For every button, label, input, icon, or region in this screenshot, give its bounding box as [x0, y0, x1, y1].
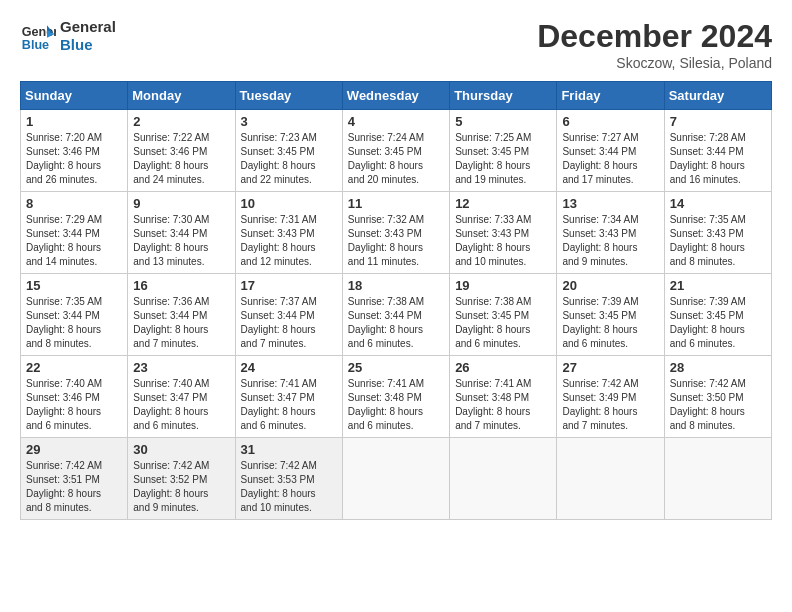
weekday-header-row: Sunday Monday Tuesday Wednesday Thursday… [21, 82, 772, 110]
day-number: 28 [670, 360, 766, 375]
calendar-page: General Blue General Blue December 2024 … [0, 0, 792, 612]
svg-text:Blue: Blue [22, 38, 49, 52]
calendar-cell: 29Sunrise: 7:42 AM Sunset: 3:51 PM Dayli… [21, 438, 128, 520]
day-number: 3 [241, 114, 337, 129]
header-sunday: Sunday [21, 82, 128, 110]
day-info: Sunrise: 7:29 AM Sunset: 3:44 PM Dayligh… [26, 213, 122, 269]
day-number: 30 [133, 442, 229, 457]
day-number: 24 [241, 360, 337, 375]
calendar-week-row: 29Sunrise: 7:42 AM Sunset: 3:51 PM Dayli… [21, 438, 772, 520]
day-number: 1 [26, 114, 122, 129]
calendar-cell: 16Sunrise: 7:36 AM Sunset: 3:44 PM Dayli… [128, 274, 235, 356]
calendar-cell: 6Sunrise: 7:27 AM Sunset: 3:44 PM Daylig… [557, 110, 664, 192]
calendar-cell: 10Sunrise: 7:31 AM Sunset: 3:43 PM Dayli… [235, 192, 342, 274]
calendar-cell: 17Sunrise: 7:37 AM Sunset: 3:44 PM Dayli… [235, 274, 342, 356]
header-tuesday: Tuesday [235, 82, 342, 110]
logo: General Blue General Blue [20, 18, 116, 54]
calendar-cell: 1Sunrise: 7:20 AM Sunset: 3:46 PM Daylig… [21, 110, 128, 192]
day-number: 20 [562, 278, 658, 293]
calendar-cell [342, 438, 449, 520]
day-info: Sunrise: 7:39 AM Sunset: 3:45 PM Dayligh… [670, 295, 766, 351]
day-info: Sunrise: 7:42 AM Sunset: 3:53 PM Dayligh… [241, 459, 337, 515]
calendar-table: Sunday Monday Tuesday Wednesday Thursday… [20, 81, 772, 520]
calendar-cell: 13Sunrise: 7:34 AM Sunset: 3:43 PM Dayli… [557, 192, 664, 274]
day-info: Sunrise: 7:30 AM Sunset: 3:44 PM Dayligh… [133, 213, 229, 269]
calendar-cell: 9Sunrise: 7:30 AM Sunset: 3:44 PM Daylig… [128, 192, 235, 274]
calendar-cell: 31Sunrise: 7:42 AM Sunset: 3:53 PM Dayli… [235, 438, 342, 520]
header-saturday: Saturday [664, 82, 771, 110]
day-info: Sunrise: 7:36 AM Sunset: 3:44 PM Dayligh… [133, 295, 229, 351]
header-friday: Friday [557, 82, 664, 110]
day-number: 29 [26, 442, 122, 457]
header-thursday: Thursday [450, 82, 557, 110]
day-info: Sunrise: 7:31 AM Sunset: 3:43 PM Dayligh… [241, 213, 337, 269]
day-info: Sunrise: 7:41 AM Sunset: 3:48 PM Dayligh… [455, 377, 551, 433]
day-number: 11 [348, 196, 444, 211]
calendar-cell: 11Sunrise: 7:32 AM Sunset: 3:43 PM Dayli… [342, 192, 449, 274]
month-title: December 2024 [537, 18, 772, 55]
calendar-cell: 21Sunrise: 7:39 AM Sunset: 3:45 PM Dayli… [664, 274, 771, 356]
day-number: 16 [133, 278, 229, 293]
day-number: 5 [455, 114, 551, 129]
header-wednesday: Wednesday [342, 82, 449, 110]
day-number: 25 [348, 360, 444, 375]
calendar-cell: 19Sunrise: 7:38 AM Sunset: 3:45 PM Dayli… [450, 274, 557, 356]
calendar-cell: 15Sunrise: 7:35 AM Sunset: 3:44 PM Dayli… [21, 274, 128, 356]
day-number: 10 [241, 196, 337, 211]
day-info: Sunrise: 7:35 AM Sunset: 3:43 PM Dayligh… [670, 213, 766, 269]
day-number: 7 [670, 114, 766, 129]
logo-text-general: General [60, 18, 116, 36]
day-info: Sunrise: 7:41 AM Sunset: 3:47 PM Dayligh… [241, 377, 337, 433]
title-block: December 2024 Skoczow, Silesia, Poland [537, 18, 772, 71]
day-info: Sunrise: 7:41 AM Sunset: 3:48 PM Dayligh… [348, 377, 444, 433]
calendar-cell: 3Sunrise: 7:23 AM Sunset: 3:45 PM Daylig… [235, 110, 342, 192]
calendar-cell: 8Sunrise: 7:29 AM Sunset: 3:44 PM Daylig… [21, 192, 128, 274]
header-monday: Monday [128, 82, 235, 110]
calendar-cell: 18Sunrise: 7:38 AM Sunset: 3:44 PM Dayli… [342, 274, 449, 356]
day-number: 23 [133, 360, 229, 375]
day-info: Sunrise: 7:38 AM Sunset: 3:45 PM Dayligh… [455, 295, 551, 351]
calendar-cell: 27Sunrise: 7:42 AM Sunset: 3:49 PM Dayli… [557, 356, 664, 438]
day-info: Sunrise: 7:22 AM Sunset: 3:46 PM Dayligh… [133, 131, 229, 187]
calendar-week-row: 8Sunrise: 7:29 AM Sunset: 3:44 PM Daylig… [21, 192, 772, 274]
calendar-week-row: 1Sunrise: 7:20 AM Sunset: 3:46 PM Daylig… [21, 110, 772, 192]
day-number: 13 [562, 196, 658, 211]
day-info: Sunrise: 7:40 AM Sunset: 3:47 PM Dayligh… [133, 377, 229, 433]
day-info: Sunrise: 7:25 AM Sunset: 3:45 PM Dayligh… [455, 131, 551, 187]
calendar-cell: 4Sunrise: 7:24 AM Sunset: 3:45 PM Daylig… [342, 110, 449, 192]
day-number: 31 [241, 442, 337, 457]
day-number: 18 [348, 278, 444, 293]
calendar-cell: 25Sunrise: 7:41 AM Sunset: 3:48 PM Dayli… [342, 356, 449, 438]
day-info: Sunrise: 7:40 AM Sunset: 3:46 PM Dayligh… [26, 377, 122, 433]
calendar-cell: 23Sunrise: 7:40 AM Sunset: 3:47 PM Dayli… [128, 356, 235, 438]
day-number: 4 [348, 114, 444, 129]
day-number: 27 [562, 360, 658, 375]
day-info: Sunrise: 7:35 AM Sunset: 3:44 PM Dayligh… [26, 295, 122, 351]
calendar-week-row: 15Sunrise: 7:35 AM Sunset: 3:44 PM Dayli… [21, 274, 772, 356]
day-info: Sunrise: 7:37 AM Sunset: 3:44 PM Dayligh… [241, 295, 337, 351]
calendar-cell: 12Sunrise: 7:33 AM Sunset: 3:43 PM Dayli… [450, 192, 557, 274]
calendar-week-row: 22Sunrise: 7:40 AM Sunset: 3:46 PM Dayli… [21, 356, 772, 438]
day-number: 19 [455, 278, 551, 293]
day-number: 22 [26, 360, 122, 375]
day-info: Sunrise: 7:20 AM Sunset: 3:46 PM Dayligh… [26, 131, 122, 187]
logo-icon: General Blue [20, 18, 56, 54]
calendar-cell: 2Sunrise: 7:22 AM Sunset: 3:46 PM Daylig… [128, 110, 235, 192]
day-info: Sunrise: 7:27 AM Sunset: 3:44 PM Dayligh… [562, 131, 658, 187]
day-info: Sunrise: 7:33 AM Sunset: 3:43 PM Dayligh… [455, 213, 551, 269]
location-subtitle: Skoczow, Silesia, Poland [537, 55, 772, 71]
calendar-cell: 24Sunrise: 7:41 AM Sunset: 3:47 PM Dayli… [235, 356, 342, 438]
day-info: Sunrise: 7:24 AM Sunset: 3:45 PM Dayligh… [348, 131, 444, 187]
day-info: Sunrise: 7:38 AM Sunset: 3:44 PM Dayligh… [348, 295, 444, 351]
calendar-cell: 26Sunrise: 7:41 AM Sunset: 3:48 PM Dayli… [450, 356, 557, 438]
calendar-cell: 28Sunrise: 7:42 AM Sunset: 3:50 PM Dayli… [664, 356, 771, 438]
day-info: Sunrise: 7:32 AM Sunset: 3:43 PM Dayligh… [348, 213, 444, 269]
calendar-cell: 7Sunrise: 7:28 AM Sunset: 3:44 PM Daylig… [664, 110, 771, 192]
calendar-cell [557, 438, 664, 520]
logo-text-blue: Blue [60, 36, 116, 54]
day-number: 9 [133, 196, 229, 211]
day-info: Sunrise: 7:28 AM Sunset: 3:44 PM Dayligh… [670, 131, 766, 187]
day-number: 21 [670, 278, 766, 293]
day-number: 2 [133, 114, 229, 129]
calendar-cell: 30Sunrise: 7:42 AM Sunset: 3:52 PM Dayli… [128, 438, 235, 520]
